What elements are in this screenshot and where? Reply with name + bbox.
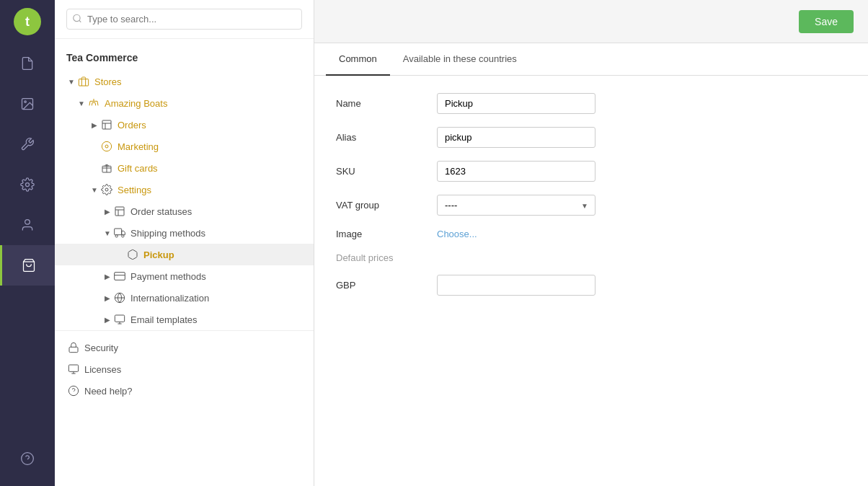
form-area: Name Alias SKU VAT group ---- [314, 76, 868, 326]
arrow-order-statuses: ▶ [102, 206, 112, 216]
svg-point-28 [68, 386, 78, 395]
alias-input[interactable] [437, 127, 595, 148]
internationalization-icon [112, 291, 127, 305]
arrow-amazing-boats: ▼ [76, 98, 87, 108]
need-help-icon [66, 384, 81, 398]
tree-item-security[interactable]: Security [55, 337, 314, 358]
logo-circle: t [14, 8, 41, 35]
sidebar-item-users[interactable] [0, 205, 55, 245]
vat-group-select[interactable]: ---- [437, 195, 595, 216]
tree-label-pickup: Pickup [143, 249, 174, 260]
tree-item-marketing[interactable]: Marketing [55, 136, 314, 157]
tree-item-need-help[interactable]: Need help? [55, 380, 314, 402]
svg-point-14 [105, 188, 108, 191]
section-title: Tea Commerce [55, 48, 314, 71]
cart-icon [22, 258, 36, 273]
tree-label-internationalization: Internationalization [130, 293, 209, 304]
svg-point-7 [74, 14, 80, 21]
payment-methods-icon [112, 269, 127, 283]
sidebar-footer: Security Licenses Need help? [55, 330, 314, 407]
search-input[interactable] [66, 9, 302, 30]
gear-icon [20, 177, 35, 192]
alias-label: Alias [336, 132, 437, 143]
tree-label-order-statuses: Order statuses [130, 206, 192, 217]
tree-item-email-templates[interactable]: ▶ Email templates [55, 309, 314, 330]
form-row-vat-group: VAT group ---- [336, 195, 846, 216]
arrow-stores: ▼ [66, 76, 76, 87]
tabs-bar: Common Available in these countries [314, 43, 868, 76]
save-button[interactable]: Save [799, 10, 854, 33]
gbp-label: GBP [336, 280, 437, 291]
form-row-sku: SKU [336, 161, 846, 182]
svg-line-8 [79, 20, 81, 22]
arrow-internationalization: ▶ [102, 293, 112, 303]
email-templates-icon [112, 312, 127, 327]
svg-point-1 [25, 101, 27, 103]
gbp-input[interactable] [437, 275, 595, 296]
tree-label-email-templates: Email templates [130, 314, 197, 325]
sidebar-item-image[interactable] [0, 84, 55, 124]
name-input[interactable] [437, 93, 595, 114]
svg-rect-24 [69, 347, 78, 352]
arrow-orders: ▶ [89, 120, 99, 130]
sidebar-item-settings[interactable] [0, 164, 55, 205]
icon-bar-items [0, 43, 55, 438]
svg-point-17 [115, 235, 118, 237]
image-icon [20, 97, 35, 111]
tree-item-settings[interactable]: ▼ Settings [55, 179, 314, 200]
arrow-email-templates: ▶ [102, 314, 112, 324]
tree-label-payment-methods: Payment methods [130, 271, 206, 282]
tree-item-licenses[interactable]: Licenses [55, 358, 314, 380]
sku-input[interactable] [437, 161, 595, 182]
tree-item-payment-methods[interactable]: ▶ Payment methods [55, 265, 314, 287]
icon-bar: t [0, 0, 55, 486]
form-row-gbp: GBP [336, 275, 846, 296]
sidebar-item-cart[interactable] [0, 245, 55, 286]
svg-rect-25 [68, 365, 78, 371]
sidebar-content: Tea Commerce ▼ Stores ▼ Amazing Boats ▶ … [55, 39, 314, 486]
tree-item-pickup[interactable]: Pickup [55, 244, 314, 265]
image-choose-link[interactable]: Choose... [437, 229, 477, 239]
sku-label: SKU [336, 166, 437, 177]
app-logo[interactable]: t [0, 0, 55, 43]
tree-item-shipping-methods[interactable]: ▼ Shipping methods [55, 222, 314, 244]
tree-item-stores[interactable]: ▼ Stores [55, 71, 314, 92]
settings-icon [99, 182, 114, 197]
main-topbar: Save [314, 0, 868, 43]
tree-item-orders[interactable]: ▶ Orders [55, 114, 314, 136]
tree-item-gift-cards[interactable]: Gift cards [55, 157, 314, 179]
svg-rect-23 [115, 315, 124, 322]
svg-rect-19 [115, 273, 125, 280]
svg-point-2 [26, 183, 30, 187]
sidebar-item-wrench[interactable] [0, 124, 55, 164]
pickup-icon [125, 247, 140, 262]
default-prices-heading: Default prices [336, 252, 846, 263]
sidebar-item-help[interactable] [0, 438, 55, 479]
tree-label-shipping-methods: Shipping methods [130, 228, 205, 239]
shipping-methods-icon [112, 226, 127, 240]
tab-available-countries[interactable]: Available in these countries [390, 43, 530, 76]
sidebar: Tea Commerce ▼ Stores ▼ Amazing Boats ▶ … [55, 0, 314, 486]
search-icon [72, 13, 82, 25]
arrow-settings: ▼ [89, 185, 99, 195]
svg-point-3 [25, 220, 30, 225]
security-icon [66, 340, 81, 355]
gift-cards-icon [99, 161, 114, 175]
form-row-alias: Alias [336, 127, 846, 148]
orders-icon [99, 118, 114, 132]
tree-item-order-statuses[interactable]: ▶ Order statuses [55, 200, 314, 222]
tree-item-internationalization[interactable]: ▶ Internationalization [55, 287, 314, 309]
help-icon [20, 451, 35, 466]
tree-item-amazing-boats[interactable]: ▼ Amazing Boats [55, 92, 314, 114]
tree-label-gift-cards: Gift cards [118, 163, 158, 174]
svg-rect-9 [79, 79, 88, 86]
svg-point-12 [105, 145, 108, 148]
licenses-icon [66, 362, 81, 376]
tree-label-orders: Orders [118, 120, 146, 131]
tab-common[interactable]: Common [326, 43, 390, 76]
form-row-image: Image Choose... [336, 229, 846, 239]
tree-label-settings: Settings [118, 185, 151, 195]
sidebar-item-document[interactable] [0, 43, 55, 84]
svg-rect-15 [115, 207, 124, 216]
arrow-payment-methods: ▶ [102, 271, 112, 281]
